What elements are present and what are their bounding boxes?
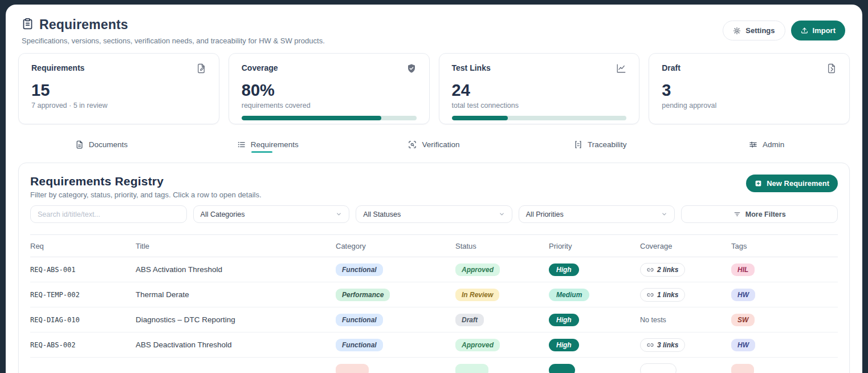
priority-badge: Medium <box>549 289 589 301</box>
link-icon <box>647 266 654 273</box>
categories-filter-value: All Categories <box>201 210 245 218</box>
tag-badge: HIL <box>731 263 755 276</box>
table-header-row: Req Title Category Status Priority Cover… <box>30 234 838 257</box>
search-input[interactable] <box>38 210 180 218</box>
category-badge: Functional <box>336 314 383 326</box>
search-box <box>30 205 187 223</box>
chevron-down-icon <box>336 211 342 217</box>
column-header-priority: Priority <box>549 242 640 250</box>
category-badge: Functional <box>336 339 383 351</box>
links-chip: 2 links <box>640 263 685 277</box>
priority-badge <box>549 364 575 373</box>
no-tests-label: No tests <box>640 316 731 324</box>
column-header-status: Status <box>455 242 549 250</box>
links-chip: 3 links <box>640 338 685 352</box>
tab-label: Traceability <box>588 140 627 149</box>
panel-heading: Requirements Registry Filter by category… <box>30 175 262 199</box>
panel-title: Requirements Registry <box>30 175 262 188</box>
tab-label: Verification <box>422 140 459 149</box>
shield-check-icon <box>406 63 417 76</box>
column-header-req: Req <box>30 242 136 250</box>
stat-card-title: Requirements <box>31 63 84 72</box>
req-title: ABS Activation Threshold <box>136 265 336 274</box>
tag-badge <box>731 364 754 373</box>
tag-badge: HW <box>731 339 755 351</box>
priorities-filter-value: All Priorities <box>526 210 564 218</box>
settings-button-label: Settings <box>745 26 775 35</box>
table-row[interactable]: REQ-ABS-002 ABS Deactivation Threshold F… <box>30 333 838 358</box>
more-filters-button[interactable]: More Filters <box>681 205 838 223</box>
column-header-title: Title <box>136 242 336 250</box>
stat-cards: Requirements 15 7 approved · 5 in review… <box>6 51 862 124</box>
filter-bar: All Categories All Statuses All Prioriti… <box>30 205 838 223</box>
column-header-coverage: Coverage <box>640 242 731 250</box>
tag-badge: HW <box>731 289 755 301</box>
new-requirement-button[interactable]: New Requirement <box>746 175 838 192</box>
priority-badge: High <box>549 263 579 276</box>
tab-bar: Documents Requirements Verification Trac… <box>18 138 850 155</box>
column-header-category: Category <box>336 242 455 250</box>
stat-card-coverage: Coverage 80% requirements covered <box>229 53 430 124</box>
plus-square-icon <box>755 180 762 187</box>
tab-verification[interactable]: Verification <box>351 138 517 155</box>
stat-card-value: 3 <box>662 82 837 99</box>
tab-admin[interactable]: Admin <box>683 138 850 155</box>
tab-requirements[interactable]: Requirements <box>185 138 351 155</box>
tab-label: Admin <box>763 140 784 149</box>
stat-card-sub: requirements covered <box>242 102 417 110</box>
table-row[interactable]: REQ-DIAG-010 Diagnostics – DTC Reporting… <box>30 307 838 333</box>
file-export-icon <box>826 63 837 76</box>
stat-card-value: 80% <box>242 82 417 99</box>
header-actions: Settings Import <box>723 21 845 40</box>
chevron-down-icon <box>499 211 505 217</box>
category-badge <box>336 364 369 373</box>
stat-card-title: Coverage <box>242 63 278 72</box>
page-header: Requirements Specifications, versions, s… <box>6 5 862 51</box>
tab-traceability[interactable]: Traceability <box>517 138 683 155</box>
document-icon <box>75 140 84 149</box>
req-title: Diagnostics – DTC Reporting <box>136 315 336 324</box>
stat-card-sub: 7 approved · 5 in review <box>31 102 206 110</box>
stat-card-sub: total test connections <box>452 102 627 110</box>
priority-badge: High <box>549 339 579 351</box>
priority-badge: High <box>549 314 579 326</box>
import-button-label: Import <box>813 26 836 35</box>
app-window: Requirements Specifications, versions, s… <box>6 5 862 373</box>
new-requirement-label: New Requirement <box>767 179 829 188</box>
stat-card-value: 15 <box>31 82 206 99</box>
settings-button[interactable]: Settings <box>723 21 785 40</box>
chart-line-icon <box>616 63 626 76</box>
table-row[interactable]: REQ-TEMP-002 Thermal Derate Performance … <box>30 282 838 307</box>
status-badge <box>455 364 488 373</box>
tab-label: Documents <box>89 140 128 149</box>
requirements-table: Req Title Category Status Priority Cover… <box>30 234 838 373</box>
table-row-partial[interactable] <box>30 358 838 373</box>
brackets-dots-icon <box>574 140 582 149</box>
requirements-registry-panel: Requirements Registry Filter by category… <box>18 163 850 373</box>
status-badge: Draft <box>455 314 484 326</box>
priorities-filter-select[interactable]: All Priorities <box>519 205 675 223</box>
req-id: REQ-ABS-002 <box>30 341 136 349</box>
import-button[interactable]: Import <box>791 21 845 40</box>
categories-filter-select[interactable]: All Categories <box>193 205 350 223</box>
req-id: REQ-TEMP-002 <box>30 291 136 299</box>
table-row[interactable]: REQ-ABS-001 ABS Activation Threshold Fun… <box>30 257 838 282</box>
sliders-icon <box>749 140 757 149</box>
stat-card-requirements: Requirements 15 7 approved · 5 in review <box>18 53 219 124</box>
category-badge: Functional <box>336 263 383 276</box>
statuses-filter-select[interactable]: All Statuses <box>356 205 512 223</box>
tag-badge: SW <box>731 314 755 326</box>
link-icon <box>647 342 654 348</box>
gear-icon <box>733 27 741 35</box>
chevron-down-icon <box>661 211 667 217</box>
statuses-filter-value: All Statuses <box>363 210 401 218</box>
column-header-tags: Tags <box>731 242 838 250</box>
stat-card-draft: Draft 3 pending approval <box>649 53 850 124</box>
links-chip: 1 links <box>640 288 685 302</box>
page-subtitle: Specifications, versions, sections, veri… <box>22 37 325 45</box>
req-title: ABS Deactivation Threshold <box>136 340 336 349</box>
more-filters-label: More Filters <box>745 210 786 218</box>
tab-documents[interactable]: Documents <box>18 138 185 155</box>
stat-card-title: Draft <box>662 63 680 72</box>
file-edit-icon <box>196 63 206 76</box>
